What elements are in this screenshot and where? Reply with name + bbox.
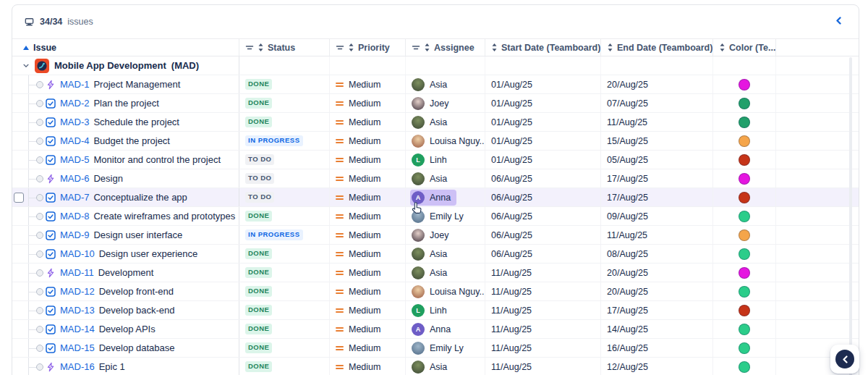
color-cell[interactable] [713,151,776,169]
vertical-scrollbar[interactable] [849,57,852,375]
assignee-cell[interactable]: Louisa Nguy... [406,132,485,150]
priority-cell[interactable]: Medium [330,151,406,169]
assignee-cell[interactable]: Emily Ly [406,207,485,225]
end-date-cell[interactable]: 17/Aug/25 [601,301,713,319]
assignee-cell[interactable]: Asia [406,75,485,93]
color-dot[interactable] [739,98,750,109]
start-date-cell[interactable]: 06/Aug/25 [485,245,601,263]
status-cell[interactable]: DONE [239,113,330,131]
start-date-cell[interactable]: 06/Aug/25 [485,226,601,244]
priority-cell[interactable]: Medium [330,113,406,131]
issue-row[interactable]: MAD-11DevelopmentDONEMediumAsia11/Aug/25… [12,264,859,282]
assignee-cell[interactable]: Asia [406,264,485,282]
issue-row[interactable]: MAD-15Develop databaseDONEMediumEmily Ly… [12,339,859,358]
drag-handle-dot[interactable] [36,213,43,220]
drag-handle-dot[interactable] [36,269,43,277]
status-cell[interactable]: DONE [239,320,330,338]
issue-row[interactable]: MAD-4Budget the projectIN PROGRESSMedium… [12,132,859,151]
assignee-cell[interactable]: AAnna [406,188,485,206]
status-cell[interactable]: DONE [239,245,330,263]
project-row[interactable]: Mobile App Development (MAD) [12,56,859,75]
issue-key[interactable]: MAD-11 [60,267,94,278]
color-cell[interactable] [713,301,776,319]
column-header-issue[interactable]: Issue [12,39,239,56]
column-header-assignee[interactable]: Assignee [406,39,485,56]
color-dot[interactable] [739,154,750,166]
status-cell[interactable]: DONE [239,264,330,282]
end-date-cell[interactable]: 11/Aug/25 [601,113,713,131]
collapse-sidebar-fab[interactable] [830,345,859,374]
end-date-cell[interactable]: 20/Aug/25 [601,75,713,93]
status-cell[interactable]: DONE [239,358,330,375]
issue-key[interactable]: MAD-12 [60,286,95,297]
issue-key[interactable]: MAD-10 [60,248,95,259]
color-dot[interactable] [739,79,750,90]
assignee-cell[interactable]: Asia [406,358,485,375]
color-cell[interactable] [713,226,776,244]
color-dot[interactable] [739,173,750,185]
priority-cell[interactable]: Medium [330,188,406,206]
color-cell[interactable] [713,132,776,150]
end-date-cell[interactable]: 17/Aug/25 [601,188,713,206]
issue-cell[interactable]: MAD-2Plan the project [12,94,239,112]
end-date-cell[interactable]: 14/Aug/25 [601,320,713,338]
issue-key[interactable]: MAD-5 [60,154,89,165]
row-checkbox[interactable] [14,193,24,203]
color-cell[interactable] [713,264,776,282]
color-cell[interactable] [713,207,776,225]
issue-cell[interactable]: MAD-4Budget the project [12,132,239,150]
assignee-cell[interactable]: Asia [406,113,485,131]
issue-row[interactable]: MAD-10Design user experienceDONEMediumAs… [12,245,859,264]
drag-handle-dot[interactable] [36,232,43,239]
status-cell[interactable]: TO DO [239,169,330,188]
color-cell[interactable] [713,245,776,263]
issue-cell[interactable]: MAD-8Create wireframes and prototypes [12,207,239,225]
issue-row[interactable]: MAD-7Conceptualize the appTO DOMediumAAn… [12,188,859,207]
issue-cell[interactable]: MAD-1Project Management [12,75,239,93]
priority-cell[interactable]: Medium [330,132,406,150]
color-dot[interactable] [739,267,750,279]
priority-cell[interactable]: Medium [330,169,406,188]
end-date-cell[interactable]: 12/Aug/25 [601,358,713,375]
start-date-cell[interactable]: 11/Aug/25 [485,339,601,357]
drag-handle-dot[interactable] [36,326,43,333]
color-cell[interactable] [713,75,776,93]
issue-cell[interactable]: MAD-7Conceptualize the app [12,188,239,206]
end-date-cell[interactable]: 16/Aug/25 [601,339,713,357]
start-date-cell[interactable]: 01/Aug/25 [485,75,601,93]
issue-key[interactable]: MAD-2 [60,98,89,109]
end-date-cell[interactable]: 05/Aug/25 [601,151,713,169]
issue-row[interactable]: MAD-16Epic 1DONEMediumAsia11/Aug/2512/Au… [12,358,859,375]
start-date-cell[interactable]: 06/Aug/25 [485,207,601,225]
start-date-cell[interactable]: 11/Aug/25 [485,320,601,338]
start-date-cell[interactable]: 01/Aug/25 [485,132,601,150]
drag-handle-dot[interactable] [36,119,43,126]
issue-row[interactable]: MAD-9Design user interfaceIN PROGRESSMed… [12,226,859,245]
priority-cell[interactable]: Medium [330,226,406,244]
drag-handle-dot[interactable] [36,138,43,145]
issue-key[interactable]: MAD-1 [60,79,89,90]
issue-cell[interactable]: MAD-3Schedule the project [12,113,239,131]
issue-key[interactable]: MAD-7 [60,192,89,203]
drag-handle-dot[interactable] [36,250,43,258]
issue-key[interactable]: MAD-16 [60,361,95,372]
issue-row[interactable]: MAD-12Develop front-endDONEMediumLouisa … [12,282,859,301]
issue-row[interactable]: MAD-3Schedule the projectDONEMediumAsia0… [12,113,859,132]
color-dot[interactable] [739,305,750,316]
drag-handle-dot[interactable] [36,288,43,295]
column-header-color[interactable]: Color (Te... [713,39,776,56]
priority-cell[interactable]: Medium [330,282,406,300]
color-cell[interactable] [713,358,776,375]
assignee-cell[interactable]: LLinh [406,301,485,319]
status-cell[interactable]: TO DO [239,151,330,169]
assignee-cell[interactable]: Asia [406,169,485,188]
issue-row[interactable]: MAD-8Create wireframes and prototypesDON… [12,207,859,226]
issue-cell[interactable]: MAD-12Develop front-end [12,282,239,300]
color-cell[interactable] [713,282,776,300]
priority-cell[interactable]: Medium [330,301,406,319]
end-date-cell[interactable]: 07/Aug/25 [601,94,713,112]
issue-row[interactable]: MAD-1Project ManagementDONEMediumAsia01/… [12,75,859,94]
color-dot[interactable] [739,135,750,147]
assignee-cell[interactable]: Emily Ly [406,339,485,357]
end-date-cell[interactable]: 09/Aug/25 [601,207,713,225]
